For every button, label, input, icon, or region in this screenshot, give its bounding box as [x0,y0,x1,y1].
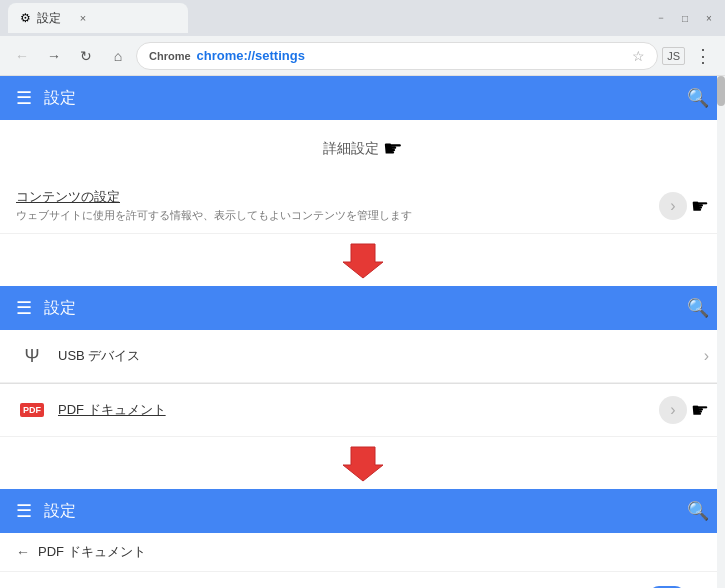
content-settings-desc: ウェブサイトに使用を許可する情報や、表示してもよいコンテンツを管理します [16,208,659,223]
cursor-hand-icon-4: ☛ [691,584,709,588]
settings-header-3: ☰ 設定 🔍 [0,489,725,533]
search-icon-2[interactable]: 🔍 [687,297,709,319]
advanced-settings-area: 詳細設定 ☛ [0,120,725,178]
breadcrumb-row: ← PDF ドキュメント [0,533,725,572]
pdf-download-setting-row: PDF ファイルを Chrome で自動的に開く代わりにダウンロードする ☛ [0,572,725,588]
page-area: ☰ 設定 🔍 詳細設定 ☛ コンテンツの設定 ウェブサイトに使用を許可する情報や… [0,76,725,588]
close-button[interactable]: × [701,10,717,26]
scrollbar[interactable] [717,76,725,588]
tab-close-button[interactable]: × [75,10,91,26]
section-3: ☰ 設定 🔍 ← PDF ドキュメント PDF ファイルを Chrome で自動… [0,489,725,588]
minimize-button[interactable]: － [653,10,669,26]
bookmark-star-icon[interactable]: ☆ [632,48,645,64]
content-settings-title: コンテンツの設定 [16,188,659,206]
pdf-row[interactable]: PDF PDF ドキュメント › ☛ [0,384,725,437]
pdf-label: PDF ドキュメント [58,401,659,419]
hamburger-menu-icon-2[interactable]: ☰ [16,297,32,319]
breadcrumb-pdf-label: PDF ドキュメント [38,543,146,561]
maximize-button[interactable]: □ [677,10,693,26]
window-controls: － □ × [653,10,717,26]
usb-label: USB デバイス [58,347,704,365]
reload-button[interactable]: ↻ [72,42,100,70]
cursor-hand-icon-1: ☛ [383,136,403,162]
cursor-hand-icon-2: ☛ [691,194,709,218]
settings-title-3: 設定 [44,501,76,522]
tab-title: 設定 [37,10,61,27]
address-secure-badge: Chrome [149,50,191,62]
section-2: ☰ 設定 🔍 Ψ USB デバイス › PDF [0,286,725,437]
active-tab[interactable]: ⚙ 設定 × [8,3,188,33]
forward-button[interactable]: → [40,42,68,70]
settings-header-2: ☰ 設定 🔍 [0,286,725,330]
section-1: ☰ 設定 🔍 詳細設定 ☛ コンテンツの設定 ウェブサイトに使用を許可する情報や… [0,76,725,234]
usb-icon: Ψ [16,340,48,372]
content-settings-arrow[interactable]: › [659,192,687,220]
back-button[interactable]: ← [8,42,36,70]
usb-text: USB デバイス [58,347,704,365]
content-settings-row[interactable]: コンテンツの設定 ウェブサイトに使用を許可する情報や、表示してもよいコンテンツを… [0,178,725,234]
search-icon-1[interactable]: 🔍 [687,87,709,109]
hamburger-menu-icon[interactable]: ☰ [16,87,32,109]
toolbar: ← → ↻ ⌂ Chrome chrome://settings ☆ JS ⋮ [0,36,725,76]
usb-arrow-icon: › [704,347,709,365]
usb-row[interactable]: Ψ USB デバイス › [0,330,725,383]
advanced-settings-label: 詳細設定 [323,140,379,158]
svg-marker-1 [343,447,383,481]
red-arrow-1 [0,234,725,286]
address-bar[interactable]: Chrome chrome://settings ☆ [136,42,658,70]
settings-title-2: 設定 [44,298,76,319]
toolbar-extras: JS ⋮ [662,42,717,70]
pdf-arrow[interactable]: › [659,396,687,424]
down-arrow-svg-1 [343,240,383,280]
browser-window: ⚙ 設定 × － □ × ← → ↻ ⌂ Chrome chrome://set… [0,0,725,588]
pdf-text: PDF ドキュメント [58,401,659,419]
settings-title-1: 設定 [44,88,76,109]
address-url: chrome://settings [197,48,305,63]
title-bar: ⚙ 設定 × － □ × [0,0,725,36]
svg-marker-0 [343,244,383,278]
tab-icon: ⚙ [20,11,31,25]
chrome-menu-button[interactable]: ⋮ [689,42,717,70]
pdf-badge: PDF [20,403,44,417]
js-extension-button[interactable]: JS [662,47,685,65]
back-arrow-icon[interactable]: ← [16,544,30,560]
red-arrow-2 [0,437,725,489]
search-icon-3[interactable]: 🔍 [687,500,709,522]
settings-header-1: ☰ 設定 🔍 [0,76,725,120]
down-arrow-svg-2 [343,443,383,483]
scrollbar-thumb[interactable] [717,76,725,106]
hamburger-menu-icon-3[interactable]: ☰ [16,500,32,522]
home-button[interactable]: ⌂ [104,42,132,70]
pdf-icon: PDF [16,394,48,426]
content-settings-text: コンテンツの設定 ウェブサイトに使用を許可する情報や、表示してもよいコンテンツを… [16,188,659,223]
cursor-hand-icon-3: ☛ [691,398,709,422]
